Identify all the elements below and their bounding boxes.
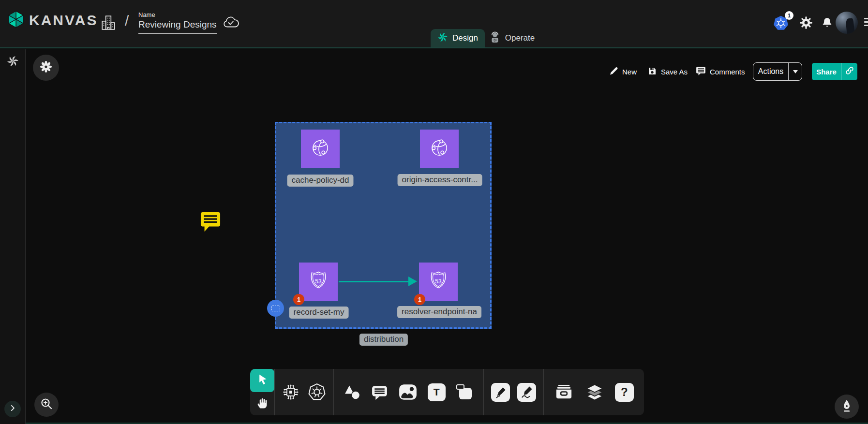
new-button[interactable]: New	[609, 64, 637, 79]
whiteboard-pen-button[interactable]	[835, 395, 859, 419]
notifications-bell-icon[interactable]	[821, 16, 833, 31]
design-name-field: Name	[138, 11, 217, 34]
design-name-input[interactable]	[138, 19, 217, 34]
kubernetes-wheel-tool[interactable]	[307, 382, 327, 402]
meshery-spiral-icon[interactable]	[7, 55, 19, 69]
settings-gear-icon[interactable]	[799, 16, 813, 31]
layers-tool[interactable]	[584, 382, 605, 402]
route53-shield-icon: 53	[427, 269, 450, 294]
help-tool[interactable]: ?	[615, 383, 634, 402]
kanvas-logo-text: KANVAS	[29, 12, 98, 29]
share-button-label: Share	[812, 68, 841, 76]
kanvas-logo-icon	[7, 10, 25, 30]
share-button[interactable]: Share	[812, 63, 857, 80]
canvas-flower-menu-button[interactable]	[33, 55, 59, 81]
operate-robot-icon	[489, 31, 501, 45]
tools-dock: T	[250, 369, 644, 415]
zoom-in-button[interactable]	[34, 393, 59, 417]
dock-section-infra	[274, 369, 333, 415]
node-label-record-set: record-set-my	[289, 307, 349, 319]
archive-drawer-tool[interactable]	[554, 383, 574, 401]
cloudfront-globe-icon	[308, 136, 332, 162]
zoom-in-icon	[40, 397, 53, 412]
frame-tool[interactable]	[455, 383, 474, 401]
new-button-label: New	[622, 68, 637, 76]
user-avatar[interactable]	[836, 12, 858, 34]
pen-path-tool[interactable]	[491, 383, 510, 402]
app-header: KANVAS / Name	[0, 0, 868, 48]
pencil-icon	[609, 66, 618, 77]
pen-nib-icon	[841, 399, 853, 414]
node-label-resolver-endpoint: resolver-endpoint-na	[397, 306, 481, 318]
chevron-down-icon	[793, 70, 798, 73]
cloudfront-globe-icon	[427, 136, 451, 162]
dock-section-library: ?	[543, 369, 644, 415]
node-origin-access[interactable]	[420, 130, 459, 168]
node-issue-badge: 1	[293, 294, 304, 305]
save-as-button-label: Save As	[661, 68, 688, 76]
canvas-comment-marker[interactable]	[200, 211, 221, 235]
tab-operate-label: Operate	[505, 33, 535, 43]
svg-text:53: 53	[315, 278, 322, 285]
breadcrumb-separator: /	[125, 13, 129, 29]
group-handle-icon	[271, 306, 280, 311]
tab-operate[interactable]: Operate	[485, 29, 539, 47]
component-chip-tool[interactable]	[282, 383, 300, 401]
edge-record-set-to-resolver[interactable]	[339, 281, 409, 282]
menu-icon[interactable]	[864, 18, 868, 28]
kubernetes-context-button[interactable]: 1	[772, 15, 792, 34]
node-issue-badge: 1	[414, 294, 425, 305]
node-label-cache-policy: cache-policy-dd	[287, 175, 353, 187]
dock-select-column	[250, 369, 274, 415]
design-spiral-icon	[437, 32, 448, 45]
frame-tool-tab	[456, 384, 464, 390]
comments-button[interactable]: Comments	[696, 64, 745, 79]
sidebar-expand-button[interactable]	[4, 401, 21, 417]
group-resize-handle[interactable]	[267, 300, 284, 317]
comments-button-label: Comments	[710, 68, 745, 76]
organization-icon[interactable]	[100, 14, 117, 33]
hand-icon	[256, 396, 269, 411]
save-status-cloud-icon	[223, 16, 239, 31]
node-cache-policy[interactable]	[301, 130, 340, 168]
text-tool[interactable]: T	[428, 383, 446, 401]
save-as-button[interactable]: Save As	[647, 64, 688, 79]
svg-text:53: 53	[435, 278, 442, 285]
image-tool[interactable]	[398, 383, 418, 401]
tab-design[interactable]: Design	[431, 29, 485, 47]
node-resolver-endpoint[interactable]: 53	[419, 263, 458, 301]
dock-section-annotation: T	[333, 369, 483, 415]
node-label-origin-access: origin-access-contr...	[398, 174, 482, 186]
actions-dropdown-button[interactable]: Actions	[753, 62, 802, 81]
dock-section-drawing	[483, 369, 543, 415]
actions-button-label: Actions	[753, 67, 788, 76]
design-name-label: Name	[138, 11, 217, 18]
floppy-disk-icon	[647, 66, 657, 77]
comment-tool[interactable]	[371, 384, 389, 401]
pan-tool-button[interactable]	[250, 392, 274, 415]
link-icon	[845, 66, 854, 77]
tab-design-label: Design	[452, 33, 478, 43]
flower-icon	[40, 60, 52, 75]
pencil-draw-tool[interactable]	[517, 383, 536, 402]
actions-caret-button[interactable]	[788, 63, 802, 80]
left-sidebar	[0, 49, 26, 424]
group-label-distribution: distribution	[359, 334, 408, 346]
kubernetes-context-badge: 1	[785, 11, 793, 20]
select-tool-button[interactable]	[250, 369, 274, 392]
route53-shield-icon: 53	[307, 269, 330, 294]
shapes-tool[interactable]	[344, 384, 361, 400]
mode-tabs: Design Operate	[431, 29, 539, 47]
comments-icon	[696, 66, 706, 77]
kanvas-logo[interactable]: KANVAS	[7, 10, 98, 30]
edge-arrowhead	[408, 277, 417, 286]
node-record-set[interactable]: 53	[299, 263, 338, 301]
copy-link-button[interactable]	[841, 63, 857, 80]
cursor-arrow-icon	[256, 373, 269, 388]
chevron-right-icon	[9, 404, 16, 414]
